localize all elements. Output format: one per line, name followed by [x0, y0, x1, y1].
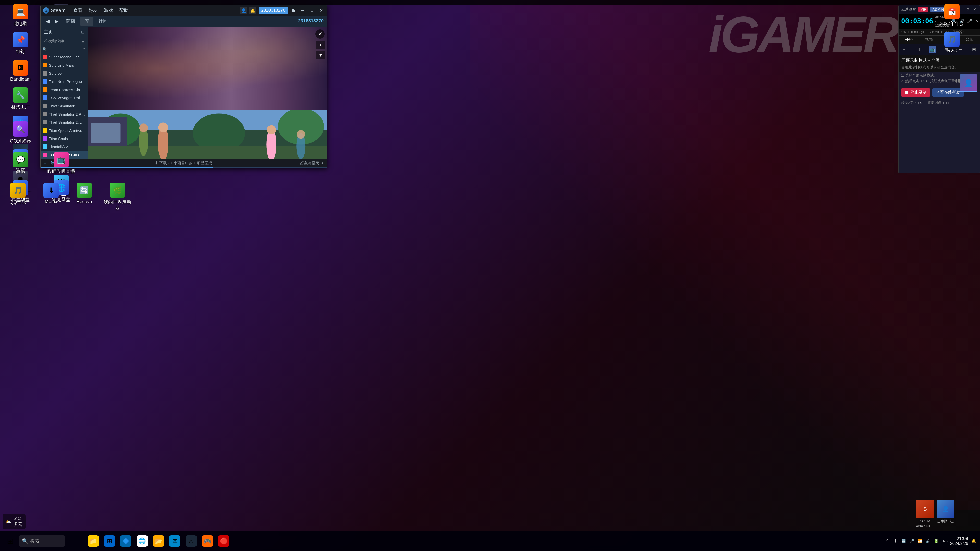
svg-rect-3: [104, 33, 143, 59]
tab-community[interactable]: 社区: [94, 17, 111, 26]
desktop-icon-qqfilter[interactable]: 🔍 QQ浏览器: [3, 120, 38, 145]
game-item-thief2-prologue[interactable]: Thief Simulator 2: Prologue: [41, 118, 88, 126]
sidebar-header: 主页 ⊞: [41, 27, 88, 37]
avatar-cert[interactable]: 👤 证件照 (红): [937, 500, 955, 528]
edge-taskbar-icon: 🔷: [120, 535, 131, 547]
tray-language[interactable]: 中: [892, 537, 899, 545]
close-button[interactable]: ✕: [318, 7, 325, 14]
tray-expand[interactable]: ^: [884, 537, 891, 545]
search-bar[interactable]: 🔍 搜索: [19, 535, 65, 547]
game-item-titan-souls[interactable]: Titan Souls: [41, 135, 88, 143]
desktop-icon-motrix[interactable]: ⬇ Motrix: [36, 181, 66, 213]
tab-library[interactable]: 库: [80, 17, 93, 26]
rec-nav-back[interactable]: ←: [900, 46, 908, 53]
taskbar-file-explorer[interactable]: 📁: [86, 534, 101, 549]
svg-rect-21: [186, 95, 199, 105]
rec-stop-dot: ⏹: [905, 90, 909, 95]
rec-help-button[interactable]: 查看在线帮助: [932, 88, 964, 97]
svg-point-15: [279, 65, 290, 98]
taskbar-store[interactable]: ⊞: [102, 534, 117, 549]
avatar-scum[interactable]: S SCUM Admin Hel...: [916, 500, 934, 528]
menu-help[interactable]: 帮助: [117, 6, 131, 14]
menu-view[interactable]: 查看: [71, 6, 85, 14]
clock-time: 21:09: [950, 536, 968, 541]
game-item-team-fortress[interactable]: Team Fortress Classic: [41, 86, 88, 94]
tray-battery[interactable]: 🔋: [933, 537, 940, 545]
nail-icon: 📌: [13, 32, 28, 48]
tray-mic[interactable]: 🎤: [908, 537, 915, 545]
desktop-icon-bandicam[interactable]: 🅱 Bandicam: [3, 59, 38, 83]
sidebar-home-btn[interactable]: 主页: [44, 29, 53, 35]
filter-icon[interactable]: ⏱: [77, 39, 81, 44]
desktop-icon-this-pc[interactable]: 💻 此电脑: [3, 3, 38, 28]
taskbar-files[interactable]: 📂: [151, 534, 166, 549]
taskbar-edge[interactable]: 🔷: [118, 534, 134, 549]
rec-tab-start[interactable]: 开始: [899, 36, 919, 44]
rec-shortcut-capture-key: F11: [943, 101, 949, 105]
taskbar-chrome[interactable]: 🌐: [135, 534, 150, 549]
svg-point-23: [273, 49, 283, 59]
game-item-thief2-playtest[interactable]: Thief Simulator 2 Playtest: [41, 110, 88, 118]
game-item-titan-quest[interactable]: Titan Quest Anniversary Edition: [41, 126, 88, 135]
tray-volume[interactable]: 🔊: [924, 537, 932, 545]
tray-network[interactable]: 📶: [916, 537, 924, 545]
taskbar-dark[interactable]: 🔴: [216, 534, 231, 549]
desktop-icon-rvc[interactable]: 🎵 RVC: [929, 30, 975, 55]
maximize-button[interactable]: □: [308, 7, 315, 14]
game-item-tails-noir[interactable]: Tails Noir: Prologue: [41, 77, 88, 86]
svg-point-39: [297, 130, 305, 138]
options-icon[interactable]: ≡: [82, 39, 84, 44]
tray-ime[interactable]: 🔤: [900, 537, 907, 545]
game-item-thief[interactable]: Thief Simulator: [41, 102, 88, 110]
screenshot-subway: [88, 27, 327, 110]
taskbar-steam[interactable]: ♨: [183, 534, 199, 549]
rec-stop-button[interactable]: ⏹ 停止录制: [901, 88, 930, 97]
desktop-icon-minecraft[interactable]: 🌿 我的世界启动器: [102, 181, 133, 213]
minimize-button[interactable]: ─: [299, 7, 306, 14]
menu-games[interactable]: 游戏: [101, 6, 116, 14]
desktop-icon-bilibili[interactable]: 📺 哔哩哔哩直播: [43, 151, 79, 176]
menu-friends[interactable]: 好友: [86, 6, 100, 14]
friend-icon[interactable]: 👤: [240, 7, 247, 14]
sort-icon[interactable]: ↑: [74, 39, 76, 44]
system-clock[interactable]: 21:09 2024/2/26: [950, 536, 968, 546]
notification-icon[interactable]: 🔔: [249, 7, 256, 14]
tab-store[interactable]: 商店: [62, 17, 80, 26]
steam-logo-icon: ♨: [43, 7, 49, 14]
desktop-icon-wechat[interactable]: 💬 微信: [3, 151, 38, 176]
sidebar-search: 🔍 ≡: [41, 46, 88, 53]
year-label: 2022年年会: [940, 21, 964, 27]
friend-chat-btn[interactable]: 好友与聊天 ▲: [300, 161, 324, 165]
rec-nav-select[interactable]: □: [915, 46, 922, 53]
filter-btn[interactable]: ≡: [83, 47, 86, 51]
svg-rect-1: [88, 101, 327, 110]
notification-center-btn[interactable]: 🔔: [970, 537, 977, 545]
game-name-thief2-playtest: Thief Simulator 2 Playtest: [49, 112, 86, 116]
taskbar-task-view[interactable]: ⧉: [69, 534, 84, 549]
window-controls-extra[interactable]: 🖥: [290, 7, 297, 14]
nav-forward[interactable]: ▶: [53, 17, 60, 25]
user-badge[interactable]: 2318313270: [259, 7, 288, 14]
desktop-icon-2022[interactable]: 📅 2022年年会: [929, 3, 975, 28]
desktop-icon-nail[interactable]: 📌 钉钉: [3, 30, 38, 56]
game-name-super-mecha: Super Mecha Champions: [49, 55, 86, 59]
weather-desc: 多云: [13, 521, 22, 527]
desktop-icon-format[interactable]: 🔧 格式工厂: [3, 86, 38, 111]
scroll-down-btn[interactable]: ▼: [317, 51, 325, 59]
sidebar-grid-btn[interactable]: ⊞: [81, 30, 84, 35]
game-item-surviving-mars[interactable]: Surviving Mars: [41, 61, 88, 69]
game-item-tgv[interactable]: TGV Voyages Train Simulator: [41, 94, 88, 102]
search-input[interactable]: [48, 47, 82, 52]
minecraft-icon: 🌿: [110, 183, 125, 198]
game-item-super-mecha[interactable]: Super Mecha Champions: [41, 53, 88, 61]
desktop-icon-qqmusic[interactable]: 🎵 QQ音乐: [3, 181, 33, 213]
game-item-survivor[interactable]: Survivor: [41, 69, 88, 77]
tray-kb-layout[interactable]: ENG: [941, 537, 948, 545]
start-button[interactable]: ⊞: [3, 534, 18, 549]
scroll-up-btn[interactable]: ▲: [317, 41, 325, 49]
desktop-icon-recuva[interactable]: 🔄 Recuva: [69, 181, 100, 213]
taskbar-mail[interactable]: ✉: [167, 534, 183, 549]
close-screenshot-btn[interactable]: ✕: [315, 29, 325, 38]
taskbar-chicken[interactable]: 🎮: [200, 534, 215, 549]
nav-back[interactable]: ◀: [44, 17, 51, 25]
